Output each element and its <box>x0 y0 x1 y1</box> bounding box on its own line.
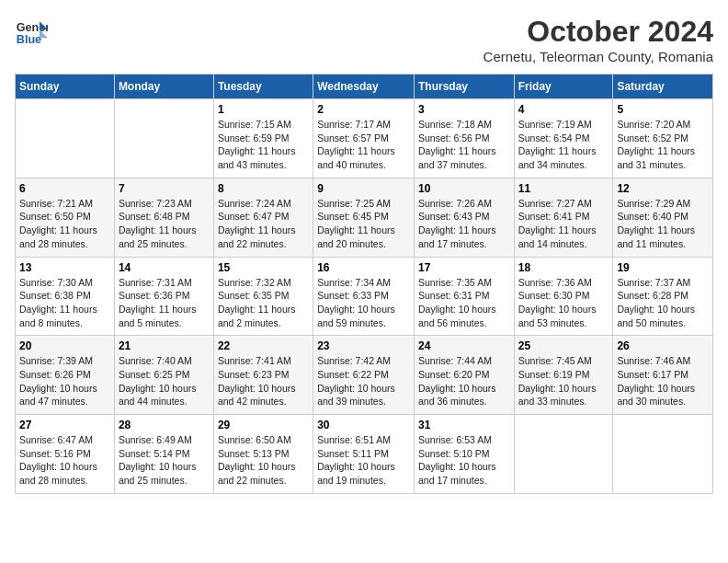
day-info: Sunrise: 7:15 AM Sunset: 6:59 PM Dayligh… <box>218 118 309 172</box>
weekday-header-cell: Sunday <box>16 75 115 99</box>
calendar-day-cell <box>16 99 115 178</box>
calendar-day-cell: 7Sunrise: 7:23 AM Sunset: 6:48 PM Daylig… <box>114 178 213 257</box>
day-number: 24 <box>418 339 510 352</box>
calendar-day-cell: 2Sunrise: 7:17 AM Sunset: 6:57 PM Daylig… <box>313 99 415 178</box>
calendar-week-row: 20Sunrise: 7:39 AM Sunset: 6:26 PM Dayli… <box>16 336 713 415</box>
day-info: Sunrise: 7:19 AM Sunset: 6:54 PM Dayligh… <box>518 118 609 172</box>
day-info: Sunrise: 6:51 AM Sunset: 5:11 PM Dayligh… <box>317 433 410 488</box>
day-info: Sunrise: 7:18 AM Sunset: 6:56 PM Dayligh… <box>418 118 510 172</box>
calendar-week-row: 27Sunrise: 6:47 AM Sunset: 5:16 PM Dayli… <box>16 415 713 494</box>
calendar-day-cell: 16Sunrise: 7:34 AM Sunset: 6:33 PM Dayli… <box>313 257 415 336</box>
day-info: Sunrise: 7:30 AM Sunset: 6:38 PM Dayligh… <box>19 276 110 330</box>
logo: General Blue <box>15 15 48 48</box>
day-info: Sunrise: 7:35 AM Sunset: 6:31 PM Dayligh… <box>418 276 510 330</box>
day-info: Sunrise: 7:40 AM Sunset: 6:25 PM Dayligh… <box>119 354 210 408</box>
day-number: 4 <box>518 103 609 116</box>
calendar-day-cell: 30Sunrise: 6:51 AM Sunset: 5:11 PM Dayli… <box>313 415 415 494</box>
day-info: Sunrise: 7:46 AM Sunset: 6:17 PM Dayligh… <box>617 354 709 408</box>
calendar-day-cell: 11Sunrise: 7:27 AM Sunset: 6:41 PM Dayli… <box>514 178 613 257</box>
day-info: Sunrise: 7:17 AM Sunset: 6:57 PM Dayligh… <box>317 118 410 172</box>
day-info: Sunrise: 7:45 AM Sunset: 6:19 PM Dayligh… <box>518 354 609 408</box>
day-number: 7 <box>119 182 210 195</box>
calendar-day-cell: 9Sunrise: 7:25 AM Sunset: 6:45 PM Daylig… <box>313 178 415 257</box>
calendar-day-cell: 31Sunrise: 6:53 AM Sunset: 5:10 PM Dayli… <box>414 415 514 494</box>
day-info: Sunrise: 6:50 AM Sunset: 5:13 PM Dayligh… <box>218 433 309 488</box>
day-number: 21 <box>119 339 210 352</box>
calendar-day-cell: 27Sunrise: 6:47 AM Sunset: 5:16 PM Dayli… <box>16 415 115 494</box>
day-number: 6 <box>19 182 110 195</box>
day-number: 17 <box>418 261 510 274</box>
day-number: 28 <box>119 419 210 431</box>
weekday-header-cell: Tuesday <box>213 75 313 99</box>
calendar-day-cell: 1Sunrise: 7:15 AM Sunset: 6:59 PM Daylig… <box>213 99 313 178</box>
calendar-day-cell <box>613 415 713 494</box>
day-number: 20 <box>19 339 110 352</box>
calendar-week-row: 1Sunrise: 7:15 AM Sunset: 6:59 PM Daylig… <box>16 99 713 178</box>
day-number: 27 <box>19 419 110 431</box>
calendar-day-cell: 6Sunrise: 7:21 AM Sunset: 6:50 PM Daylig… <box>16 178 115 257</box>
weekday-header-cell: Saturday <box>613 75 713 99</box>
calendar-day-cell: 13Sunrise: 7:30 AM Sunset: 6:38 PM Dayli… <box>16 257 115 336</box>
calendar-day-cell <box>514 415 613 494</box>
day-info: Sunrise: 7:39 AM Sunset: 6:26 PM Dayligh… <box>19 354 110 408</box>
calendar-day-cell: 10Sunrise: 7:26 AM Sunset: 6:43 PM Dayli… <box>414 178 514 257</box>
weekday-header-cell: Wednesday <box>313 75 415 99</box>
calendar-day-cell: 17Sunrise: 7:35 AM Sunset: 6:31 PM Dayli… <box>414 257 514 336</box>
day-number: 25 <box>518 339 609 352</box>
calendar-day-cell: 3Sunrise: 7:18 AM Sunset: 6:56 PM Daylig… <box>414 99 514 178</box>
day-number: 29 <box>218 419 309 431</box>
day-info: Sunrise: 7:42 AM Sunset: 6:22 PM Dayligh… <box>317 354 410 408</box>
weekday-header-row: SundayMondayTuesdayWednesdayThursdayFrid… <box>16 75 713 99</box>
day-number: 31 <box>418 419 510 431</box>
day-number: 10 <box>418 182 510 195</box>
day-info: Sunrise: 7:31 AM Sunset: 6:36 PM Dayligh… <box>119 276 210 330</box>
calendar-day-cell: 20Sunrise: 7:39 AM Sunset: 6:26 PM Dayli… <box>16 336 115 415</box>
day-number: 8 <box>218 182 309 195</box>
day-info: Sunrise: 7:21 AM Sunset: 6:50 PM Dayligh… <box>19 197 110 251</box>
calendar-day-cell: 5Sunrise: 7:20 AM Sunset: 6:52 PM Daylig… <box>613 99 713 178</box>
calendar-day-cell: 4Sunrise: 7:19 AM Sunset: 6:54 PM Daylig… <box>514 99 613 178</box>
day-number: 3 <box>418 103 510 116</box>
calendar-week-row: 13Sunrise: 7:30 AM Sunset: 6:38 PM Dayli… <box>16 257 713 336</box>
calendar-day-cell: 28Sunrise: 6:49 AM Sunset: 5:14 PM Dayli… <box>114 415 213 494</box>
day-number: 11 <box>518 182 609 195</box>
calendar-day-cell: 15Sunrise: 7:32 AM Sunset: 6:35 PM Dayli… <box>213 257 313 336</box>
location-title: Cernetu, Teleorman County, Romania <box>483 49 713 64</box>
weekday-header-cell: Friday <box>514 75 613 99</box>
day-number: 23 <box>317 339 410 352</box>
calendar-day-cell: 8Sunrise: 7:24 AM Sunset: 6:47 PM Daylig… <box>213 178 313 257</box>
weekday-header-cell: Thursday <box>414 75 514 99</box>
day-info: Sunrise: 7:34 AM Sunset: 6:33 PM Dayligh… <box>317 276 410 330</box>
calendar-day-cell: 12Sunrise: 7:29 AM Sunset: 6:40 PM Dayli… <box>613 178 713 257</box>
calendar-body: 1Sunrise: 7:15 AM Sunset: 6:59 PM Daylig… <box>16 99 713 494</box>
calendar-day-cell: 24Sunrise: 7:44 AM Sunset: 6:20 PM Dayli… <box>414 336 514 415</box>
day-number: 13 <box>19 261 110 274</box>
day-info: Sunrise: 7:27 AM Sunset: 6:41 PM Dayligh… <box>518 197 609 251</box>
calendar-week-row: 6Sunrise: 7:21 AM Sunset: 6:50 PM Daylig… <box>16 178 713 257</box>
calendar-day-cell: 14Sunrise: 7:31 AM Sunset: 6:36 PM Dayli… <box>114 257 213 336</box>
day-number: 16 <box>317 261 410 274</box>
day-info: Sunrise: 7:23 AM Sunset: 6:48 PM Dayligh… <box>119 197 210 251</box>
page-header: General Blue October 2024 Cernetu, Teleo… <box>15 15 713 64</box>
day-info: Sunrise: 6:47 AM Sunset: 5:16 PM Dayligh… <box>19 433 110 488</box>
weekday-header-cell: Monday <box>114 75 213 99</box>
day-info: Sunrise: 6:53 AM Sunset: 5:10 PM Dayligh… <box>418 433 510 488</box>
calendar-day-cell <box>114 99 213 178</box>
day-info: Sunrise: 7:25 AM Sunset: 6:45 PM Dayligh… <box>317 197 410 251</box>
calendar-day-cell: 18Sunrise: 7:36 AM Sunset: 6:30 PM Dayli… <box>514 257 613 336</box>
day-info: Sunrise: 7:32 AM Sunset: 6:35 PM Dayligh… <box>218 276 309 330</box>
day-number: 22 <box>218 339 309 352</box>
day-number: 12 <box>617 182 709 195</box>
calendar-day-cell: 26Sunrise: 7:46 AM Sunset: 6:17 PM Dayli… <box>613 336 713 415</box>
day-info: Sunrise: 7:26 AM Sunset: 6:43 PM Dayligh… <box>418 197 510 251</box>
day-info: Sunrise: 7:44 AM Sunset: 6:20 PM Dayligh… <box>418 354 510 408</box>
title-block: October 2024 Cernetu, Teleorman County, … <box>483 15 713 64</box>
day-number: 2 <box>317 103 410 116</box>
calendar-day-cell: 19Sunrise: 7:37 AM Sunset: 6:28 PM Dayli… <box>613 257 713 336</box>
svg-text:Blue: Blue <box>17 33 41 46</box>
day-info: Sunrise: 7:29 AM Sunset: 6:40 PM Dayligh… <box>617 197 709 251</box>
day-info: Sunrise: 7:24 AM Sunset: 6:47 PM Dayligh… <box>218 197 309 251</box>
calendar-day-cell: 22Sunrise: 7:41 AM Sunset: 6:23 PM Dayli… <box>213 336 313 415</box>
day-info: Sunrise: 7:37 AM Sunset: 6:28 PM Dayligh… <box>617 276 709 330</box>
logo-icon: General Blue <box>15 15 48 48</box>
